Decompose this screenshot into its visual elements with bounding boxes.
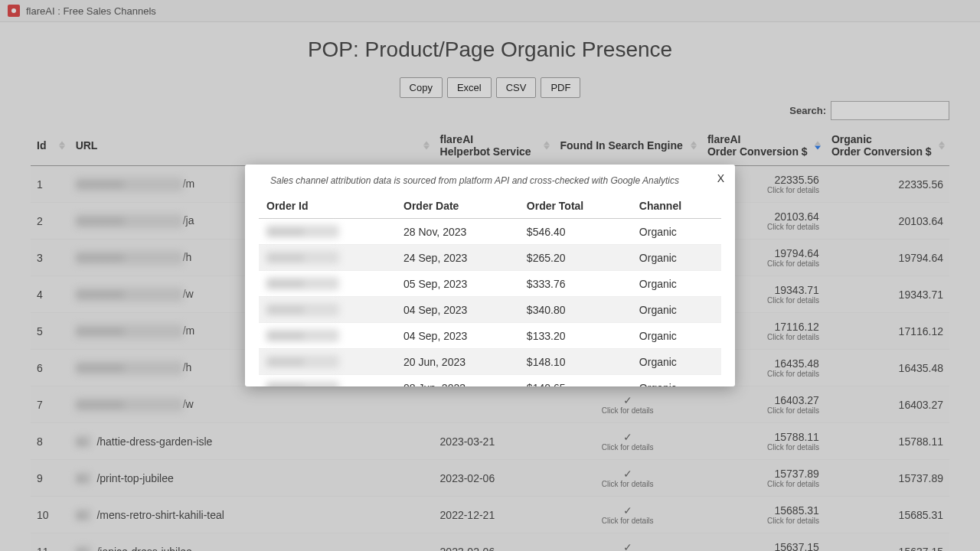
mcol-ordertotal: Order Total [519, 194, 632, 219]
modal-overlay[interactable]: X Sales channel attribution data is sour… [0, 0, 980, 551]
mcell-channel: Organic [632, 349, 721, 375]
mcell-total: $546.40 [519, 219, 632, 245]
mcell-orderid: xxxxxxx [259, 271, 396, 297]
mcell-orderid: xxxxxxx [259, 323, 396, 349]
mcell-date: 24 Sep, 2023 [396, 245, 519, 271]
mcell-date: 28 Nov, 2023 [396, 219, 519, 245]
mcell-orderid: xxxxxxx [259, 375, 396, 387]
mcell-channel: Organic [632, 297, 721, 323]
modal-table-wrap[interactable]: Order Id Order Date Order Total Channel … [259, 194, 721, 386]
mcol-orderid: Order Id [259, 194, 396, 219]
mcell-total: $340.80 [519, 297, 632, 323]
mcell-channel: Organic [632, 271, 721, 297]
mcell-date: 08 Jun, 2023 [396, 375, 519, 387]
mcell-orderid: xxxxxxx [259, 349, 396, 375]
mcell-date: 20 Jun, 2023 [396, 349, 519, 375]
modal-subtitle: Sales channel attribution data is source… [259, 175, 721, 186]
mcell-date: 04 Sep, 2023 [396, 297, 519, 323]
mcell-total: $265.20 [519, 245, 632, 271]
mcell-orderid: xxxxxxx [259, 297, 396, 323]
order-details-modal: X Sales channel attribution data is sour… [245, 165, 735, 386]
modal-row: xxxxxxx08 Jun, 2023$140.65Organic [259, 375, 721, 387]
mcell-channel: Organic [632, 375, 721, 387]
modal-close-button[interactable]: X [717, 172, 724, 184]
mcell-total: $140.65 [519, 375, 632, 387]
mcell-date: 04 Sep, 2023 [396, 323, 519, 349]
mcell-total: $133.20 [519, 323, 632, 349]
mcell-date: 05 Sep, 2023 [396, 271, 519, 297]
mcell-channel: Organic [632, 245, 721, 271]
mcol-orderdate: Order Date [396, 194, 519, 219]
mcell-channel: Organic [632, 219, 721, 245]
modal-row: xxxxxxx28 Nov, 2023$546.40Organic [259, 219, 721, 245]
modal-row: xxxxxxx04 Sep, 2023$340.80Organic [259, 297, 721, 323]
mcell-orderid: xxxxxxx [259, 219, 396, 245]
modal-row: xxxxxxx24 Sep, 2023$265.20Organic [259, 245, 721, 271]
mcol-channel: Channel [632, 194, 721, 219]
modal-row: xxxxxxx20 Jun, 2023$148.10Organic [259, 349, 721, 375]
modal-table: Order Id Order Date Order Total Channel … [259, 194, 721, 386]
mcell-channel: Organic [632, 323, 721, 349]
mcell-total: $148.10 [519, 349, 632, 375]
mcell-total: $333.76 [519, 271, 632, 297]
mcell-orderid: xxxxxxx [259, 245, 396, 271]
modal-row: xxxxxxx04 Sep, 2023$133.20Organic [259, 323, 721, 349]
modal-row: xxxxxxx05 Sep, 2023$333.76Organic [259, 271, 721, 297]
